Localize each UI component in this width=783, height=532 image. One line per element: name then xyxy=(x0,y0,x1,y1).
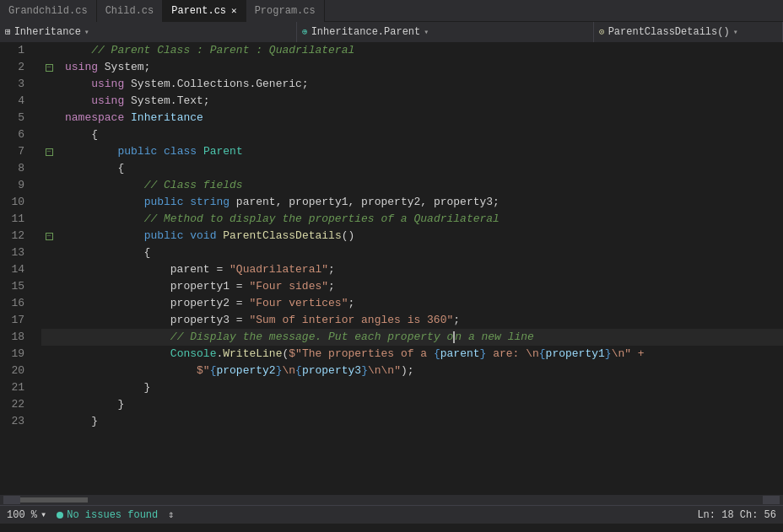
line-num-20: 20 xyxy=(0,363,31,379)
class-label: Inheritance.Parent xyxy=(311,26,421,38)
method-icon: ⊙ xyxy=(599,26,605,37)
code-line-1: // Parent Class : Parent : Quadrilateral xyxy=(41,42,783,59)
code-line-9: // Class fields xyxy=(41,177,783,194)
line-num-5: 5 xyxy=(0,110,31,126)
line-num-10: 10 xyxy=(0,194,31,211)
zoom-arrow: ▾ xyxy=(40,508,46,521)
line-num-7: 7 xyxy=(0,143,31,160)
scrollbar-thumb[interactable] xyxy=(20,497,88,502)
class-dropdown[interactable]: ⊕ Inheritance.Parent ▾ xyxy=(297,22,594,42)
line-num-9: 9 xyxy=(0,177,31,194)
method-dropdown[interactable]: ⊙ ParentClassDetails() ▾ xyxy=(594,22,783,42)
line-num-13: 13 xyxy=(0,245,31,261)
code-line-18: // Display the message. Put each propert… xyxy=(41,329,783,346)
line-num-15: 15 xyxy=(0,278,31,295)
collapse-btn-12[interactable]: − xyxy=(46,233,53,240)
nav-arrows[interactable]: ⇕ xyxy=(168,508,174,521)
line-num-8: 8 xyxy=(0,160,31,177)
collapse-btn-2[interactable]: − xyxy=(46,64,53,72)
tab-grandchild-label: Grandchild.cs xyxy=(8,5,88,17)
code-line-19: Console.WriteLine($"The properties of a … xyxy=(41,346,783,363)
line-num-1: 1 xyxy=(0,42,31,59)
code-line-11: // Method to display the properties of a… xyxy=(41,211,783,228)
issues-indicator[interactable]: No issues found xyxy=(57,509,158,521)
code-line-13: { xyxy=(41,245,783,261)
line-num-6: 6 xyxy=(0,126,31,143)
zoom-control[interactable]: 100 % ▾ xyxy=(7,508,46,521)
line-num-19: 19 xyxy=(0,346,31,363)
code-line-15: property1 = "Four sides"; xyxy=(41,278,783,295)
collapse-btn-7[interactable]: − xyxy=(46,148,53,156)
code-kw-using-2: using xyxy=(65,59,98,76)
code-line-5: namespace Inheritance xyxy=(41,110,783,126)
status-bar: 100 % ▾ No issues found ⇕ Ln: 18 Ch: 56 xyxy=(0,505,783,524)
code-line-23: } xyxy=(41,413,783,430)
line-num-4: 4 xyxy=(0,93,31,110)
line-numbers: 1 2 3 4 5 6 7 8 9 10 11 12 13 14 15 16 1… xyxy=(0,42,38,495)
line-num-11: 11 xyxy=(0,211,31,228)
status-left: 100 % ▾ No issues found ⇕ xyxy=(7,508,175,521)
line-num-12: 12 xyxy=(0,228,31,245)
namespace-icon: ⊞ xyxy=(5,26,11,37)
method-label: ParentClassDetails() xyxy=(608,26,730,38)
method-arrow: ▾ xyxy=(733,27,738,37)
line-num-3: 3 xyxy=(0,76,31,93)
tab-grandchild[interactable]: Grandchild.cs xyxy=(0,0,97,22)
editor: 1 2 3 4 5 6 7 8 9 10 11 12 13 14 15 16 1… xyxy=(0,42,783,495)
code-line-17: property3 = "Sum of interior angles is 3… xyxy=(41,312,783,329)
tab-child[interactable]: Child.cs xyxy=(97,0,164,22)
class-icon: ⊕ xyxy=(302,26,308,37)
line-num-2: 2 xyxy=(0,59,31,76)
line-num-17: 17 xyxy=(0,312,31,329)
code-line-14: parent = "Quadrilateral"; xyxy=(41,261,783,278)
code-line-16: property2 = "Four vertices"; xyxy=(41,295,783,312)
code-line-12: − public void ParentClassDetails() xyxy=(41,228,783,245)
horizontal-scrollbar[interactable] xyxy=(0,495,783,505)
scrollbar-track[interactable] xyxy=(20,497,763,502)
cursor-position: Ln: 18 Ch: 56 xyxy=(697,509,776,521)
status-right: Ln: 18 Ch: 56 xyxy=(697,509,776,521)
code-area[interactable]: // Parent Class : Parent : Quadrilateral… xyxy=(38,42,783,495)
code-line-6: { xyxy=(41,126,783,143)
issues-label: No issues found xyxy=(67,509,158,521)
line-num-22: 22 xyxy=(0,396,31,413)
tab-parent[interactable]: Parent.cs ✕ xyxy=(163,0,246,22)
issues-dot xyxy=(57,512,63,519)
code-line-22: } xyxy=(41,396,783,413)
line-num-23: 23 xyxy=(0,413,31,430)
code-line-10: public string parent, property1, propert… xyxy=(41,194,783,211)
tab-bar: Grandchild.cs Child.cs Parent.cs ✕ Progr… xyxy=(0,0,783,22)
code-line-8: { xyxy=(41,160,783,177)
line-num-14: 14 xyxy=(0,261,31,278)
namespace-dropdown[interactable]: ⊞ Inheritance ▾ xyxy=(0,22,297,42)
tab-program[interactable]: Program.cs xyxy=(246,0,325,22)
code-line-4: using System.Text; xyxy=(41,93,783,110)
line-num-16: 16 xyxy=(0,295,31,312)
code-line-2: − using System; xyxy=(41,59,783,76)
line-num-18: 18 xyxy=(0,329,31,346)
tab-child-label: Child.cs xyxy=(105,5,154,17)
namespace-label: Inheritance xyxy=(14,26,81,38)
code-line-3: using System.Collections.Generic; xyxy=(41,76,783,93)
nav-bar: ⊞ Inheritance ▾ ⊕ Inheritance.Parent ▾ ⊙… xyxy=(0,22,783,42)
code-comment-1: // Parent Class : Parent : Quadrilateral xyxy=(65,42,354,59)
tab-program-label: Program.cs xyxy=(255,5,316,17)
tab-parent-label: Parent.cs xyxy=(171,5,226,17)
class-arrow: ▾ xyxy=(424,27,429,37)
scroll-right-btn[interactable] xyxy=(763,496,780,504)
code-line-21: } xyxy=(41,379,783,396)
namespace-arrow: ▾ xyxy=(84,27,89,37)
code-line-7: − public class Parent xyxy=(41,143,783,160)
code-line-20: $"{property2}\n{property3}\n\n"); xyxy=(41,363,783,379)
scroll-left-btn[interactable] xyxy=(3,496,20,504)
tab-parent-modified: ✕ xyxy=(231,5,237,16)
zoom-label: 100 % xyxy=(7,509,37,521)
nav-arrows-icon: ⇕ xyxy=(168,509,174,521)
line-num-21: 21 xyxy=(0,379,31,396)
